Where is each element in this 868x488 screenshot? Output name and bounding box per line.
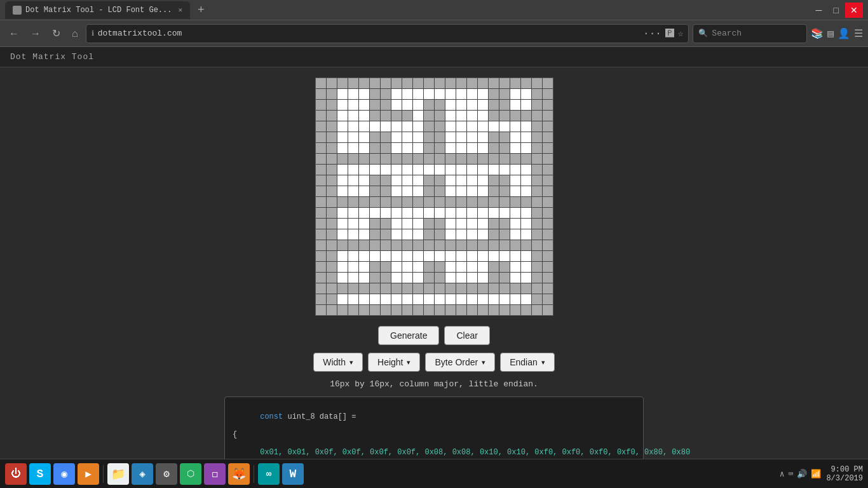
dot-cell[interactable] (370, 111, 380, 121)
dot-cell[interactable] (402, 165, 412, 175)
dot-cell[interactable] (413, 219, 423, 229)
dot-cell[interactable] (499, 229, 510, 240)
sidebar-icon[interactable]: ▤ (827, 27, 834, 40)
dot-cell[interactable] (327, 175, 337, 186)
dot-cell[interactable] (359, 197, 369, 207)
dot-cell[interactable] (424, 208, 434, 218)
address-bar[interactable]: ℹ dotmatrixtool.com ··· 🅿 ☆ (86, 24, 689, 43)
dot-cell[interactable] (327, 262, 337, 272)
refresh-button[interactable]: ↻ (48, 25, 64, 42)
dot-cell[interactable] (478, 219, 488, 229)
dot-cell[interactable] (543, 294, 553, 304)
dot-cell[interactable] (348, 175, 358, 186)
dot-cell[interactable] (467, 283, 477, 294)
dot-cell[interactable] (381, 229, 391, 240)
dot-cell[interactable] (424, 154, 434, 164)
dot-cell[interactable] (543, 121, 553, 132)
dot-cell[interactable] (391, 294, 402, 304)
dot-cell[interactable] (510, 219, 520, 229)
dot-cell[interactable] (456, 219, 466, 229)
dot-cell[interactable] (370, 208, 380, 218)
dot-cell[interactable] (348, 143, 358, 153)
dot-cell[interactable] (359, 186, 369, 196)
maximize-button[interactable]: □ (829, 3, 844, 18)
dot-cell[interactable] (435, 273, 445, 283)
dot-cell[interactable] (424, 100, 434, 110)
dot-cell[interactable] (543, 219, 553, 229)
dot-cell[interactable] (337, 143, 348, 153)
dot-cell[interactable] (489, 229, 499, 240)
dot-cell[interactable] (456, 283, 466, 294)
dot-cell[interactable] (521, 305, 531, 315)
dot-cell[interactable] (478, 111, 488, 121)
dot-cell[interactable] (521, 273, 531, 283)
dot-cell[interactable] (413, 251, 423, 261)
dot-cell[interactable] (348, 197, 358, 207)
dot-cell[interactable] (532, 132, 542, 142)
dot-cell[interactable] (424, 283, 434, 294)
dot-cell[interactable] (337, 100, 348, 110)
dot-cell[interactable] (402, 219, 412, 229)
dot-cell[interactable] (359, 111, 369, 121)
dot-cell[interactable] (337, 197, 348, 207)
dot-cell[interactable] (532, 219, 542, 229)
dot-cell[interactable] (510, 78, 520, 88)
dot-cell[interactable] (348, 273, 358, 283)
dot-cell[interactable] (402, 294, 412, 304)
dot-cell[interactable] (381, 121, 391, 132)
dot-cell[interactable] (381, 132, 391, 142)
dot-cell[interactable] (521, 132, 531, 142)
taskbar-firefox-icon[interactable]: 🦊 (228, 463, 250, 482)
dot-cell[interactable] (359, 294, 369, 304)
dot-cell[interactable] (359, 78, 369, 88)
dot-cell[interactable] (413, 175, 423, 186)
dot-cell[interactable] (316, 89, 326, 99)
dot-cell[interactable] (348, 240, 358, 250)
dot-cell[interactable] (435, 262, 445, 272)
dot-cell[interactable] (478, 305, 488, 315)
dot-cell[interactable] (327, 165, 337, 175)
dot-cell[interactable] (391, 251, 402, 261)
dot-cell[interactable] (467, 186, 477, 196)
dot-cell[interactable] (391, 229, 402, 240)
dot-cell[interactable] (543, 100, 553, 110)
dot-cell[interactable] (359, 208, 369, 218)
dot-cell[interactable] (316, 78, 326, 88)
dot-cell[interactable] (402, 143, 412, 153)
dot-cell[interactable] (327, 219, 337, 229)
dot-cell[interactable] (348, 208, 358, 218)
dot-cell[interactable] (327, 78, 337, 88)
dot-cell[interactable] (510, 100, 520, 110)
dot-cell[interactable] (413, 262, 423, 272)
dot-cell[interactable] (348, 121, 358, 132)
dot-cell[interactable] (543, 283, 553, 294)
dot-cell[interactable] (456, 100, 466, 110)
dot-cell[interactable] (391, 132, 402, 142)
dot-cell[interactable] (359, 165, 369, 175)
dot-cell[interactable] (316, 262, 326, 272)
dot-cell[interactable] (467, 111, 477, 121)
dot-cell[interactable] (489, 186, 499, 196)
dot-cell[interactable] (532, 262, 542, 272)
dot-cell[interactable] (478, 78, 488, 88)
dot-cell[interactable] (521, 89, 531, 99)
dot-cell[interactable] (413, 89, 423, 99)
dot-cell[interactable] (370, 121, 380, 132)
taskbar-chrome-icon[interactable]: ◉ (53, 463, 75, 482)
dot-cell[interactable] (478, 251, 488, 261)
dot-cell[interactable] (478, 154, 488, 164)
taskbar-app3-icon[interactable]: ⬡ (180, 463, 201, 482)
dot-cell[interactable] (499, 100, 510, 110)
dot-cell[interactable] (532, 294, 542, 304)
dot-cell[interactable] (370, 251, 380, 261)
dot-cell[interactable] (499, 208, 510, 218)
dot-cell[interactable] (456, 240, 466, 250)
dot-cell[interactable] (543, 262, 553, 272)
dot-cell[interactable] (348, 154, 358, 164)
dot-cell[interactable] (521, 165, 531, 175)
dot-cell[interactable] (543, 143, 553, 153)
dot-cell[interactable] (370, 165, 380, 175)
dot-cell[interactable] (543, 132, 553, 142)
dot-cell[interactable] (381, 197, 391, 207)
generate-button[interactable]: Generate (378, 326, 439, 345)
